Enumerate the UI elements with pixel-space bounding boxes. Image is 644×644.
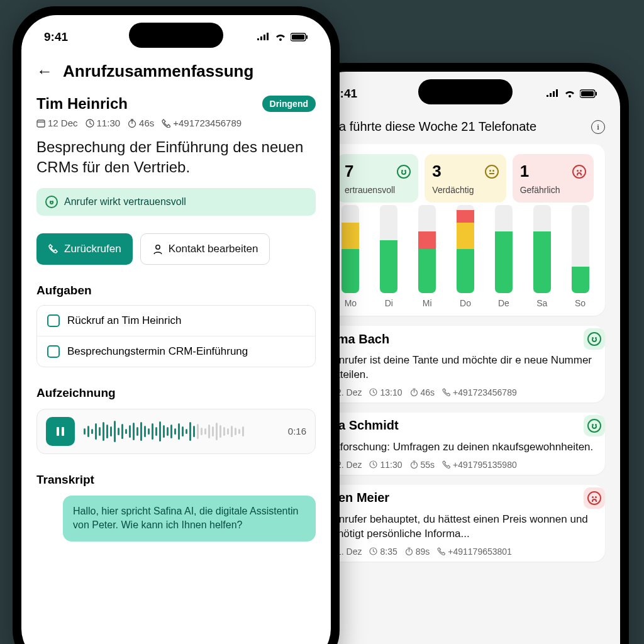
call-subject: Besprechung der Einführung des neuen CRM… bbox=[36, 137, 316, 178]
battery-icon bbox=[291, 33, 308, 42]
recording-time: 0:16 bbox=[288, 426, 306, 436]
waveform[interactable] bbox=[84, 419, 279, 444]
battery-icon bbox=[580, 89, 597, 98]
call-item[interactable]: ura Schmidt irktforschung: Umfragen zu d… bbox=[326, 413, 605, 475]
pause-button[interactable] bbox=[46, 417, 75, 446]
svg-rect-13 bbox=[292, 35, 304, 40]
svg-rect-14 bbox=[306, 35, 308, 39]
cellular-icon bbox=[257, 33, 270, 42]
call-meta: 12 Dec 11:30 46s +491723456789 bbox=[36, 118, 316, 128]
back-button[interactable]: ← bbox=[36, 62, 53, 81]
tasks-heading: Aufgaben bbox=[36, 284, 316, 297]
phone-back: 9:41 fina führte diese Woche 21 Telefona… bbox=[302, 63, 629, 644]
trust-banner: Anrufer wirkt vertrauensvoll bbox=[36, 188, 316, 216]
urgent-badge: Dringend bbox=[262, 96, 316, 112]
recording-player: 0:16 bbox=[36, 409, 316, 454]
sad-icon bbox=[572, 165, 586, 179]
phone-icon bbox=[162, 119, 170, 128]
notch bbox=[418, 79, 513, 104]
info-icon[interactable]: i bbox=[591, 120, 605, 134]
recording-heading: Aufzeichnung bbox=[36, 386, 316, 400]
checkbox[interactable] bbox=[47, 314, 60, 327]
transcript-heading: Transkript bbox=[36, 473, 316, 487]
transcript-bubble: Hallo, hier spricht Safina AI, die digit… bbox=[63, 496, 316, 541]
page-title: Anrufzusammenfassung bbox=[63, 62, 253, 81]
neutral-icon bbox=[485, 165, 499, 179]
smile-icon bbox=[587, 332, 601, 346]
callback-button[interactable]: Zurückrufen bbox=[36, 233, 133, 265]
call-desc: irktforschung: Umfragen zu deinen nkaufs… bbox=[326, 440, 605, 455]
person-icon bbox=[152, 243, 164, 255]
task-list: Rückruf an Tim Heinrich Besprechungsterm… bbox=[36, 305, 316, 367]
svg-point-18 bbox=[156, 245, 160, 249]
call-meta: 2. Dez 13:10 46s +491723456789 bbox=[326, 387, 605, 397]
clock-icon bbox=[86, 119, 94, 128]
calendar-icon bbox=[36, 119, 45, 128]
svg-rect-19 bbox=[57, 427, 59, 436]
smile-icon bbox=[397, 165, 411, 179]
task-item[interactable]: Besprechungstermin CRM-Einführung bbox=[37, 336, 315, 367]
weekly-chart: MoDiMiDoDeSaSo bbox=[337, 214, 594, 308]
call-desc: r Anrufer behauptet, du hättest einen Pr… bbox=[326, 513, 605, 541]
week-headline: fina führte diese Woche 21 Telefonate i bbox=[326, 112, 605, 144]
phone-front: 9:41 ← Anrufzusammenfassung Tim Heinrich… bbox=[13, 6, 340, 644]
notch bbox=[129, 23, 223, 48]
caller-name: Tim Heinrich bbox=[36, 95, 128, 113]
svg-rect-20 bbox=[62, 427, 64, 436]
edit-contact-button[interactable]: Kontakt bearbeiten bbox=[140, 233, 270, 265]
stats-card: 7 ertrauensvoll 3 Verdächtig 1 Gefährlic… bbox=[326, 144, 605, 316]
phone-icon bbox=[48, 243, 59, 255]
stat-trusted[interactable]: 7 ertrauensvoll bbox=[337, 154, 418, 203]
status-time: 9:41 bbox=[44, 30, 68, 44]
svg-rect-2 bbox=[596, 92, 597, 96]
checkbox[interactable] bbox=[47, 345, 60, 358]
call-desc: r Anrufer ist deine Tante und möchte dir… bbox=[326, 353, 605, 382]
stat-dangerous[interactable]: 1 Gefährlich bbox=[513, 154, 594, 203]
timer-icon bbox=[128, 119, 136, 128]
pause-icon bbox=[55, 426, 65, 436]
svg-rect-15 bbox=[37, 120, 45, 127]
wifi-icon bbox=[274, 33, 287, 42]
stat-suspicious[interactable]: 3 Verdächtig bbox=[425, 154, 506, 203]
cellular-icon bbox=[546, 89, 560, 98]
call-meta: 1. Dez 8:35 89s +491179653801 bbox=[326, 547, 605, 557]
call-meta: 2. Dez 11:30 55s +491795135980 bbox=[326, 460, 605, 470]
call-item[interactable]: mma Bach r Anrufer ist deine Tante und m… bbox=[326, 326, 605, 402]
svg-rect-1 bbox=[581, 91, 594, 96]
task-item[interactable]: Rückruf an Tim Heinrich bbox=[37, 306, 315, 336]
mood-badge bbox=[584, 415, 605, 436]
smile-icon bbox=[45, 196, 58, 208]
wifi-icon bbox=[564, 89, 576, 98]
sad-icon bbox=[587, 491, 601, 505]
mood-badge bbox=[584, 487, 605, 509]
mood-badge bbox=[584, 328, 605, 350]
smile-icon bbox=[587, 419, 601, 433]
call-item[interactable]: rgen Meier r Anrufer behauptet, du hätte… bbox=[326, 485, 605, 562]
